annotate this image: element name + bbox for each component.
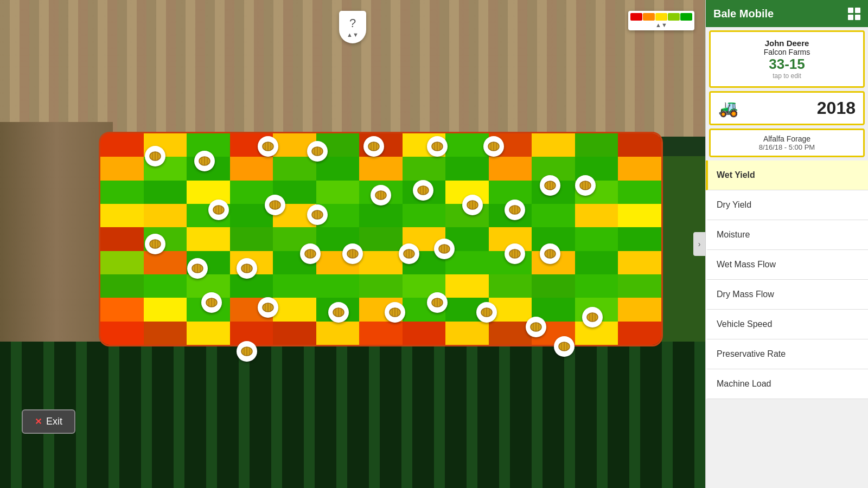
field-cell xyxy=(144,298,187,321)
bale-icon xyxy=(466,200,479,210)
bale-icon xyxy=(367,141,380,152)
sidebar-toggle[interactable]: › xyxy=(693,232,705,256)
app-title: Bale Mobile xyxy=(713,8,774,20)
bale-marker[interactable] xyxy=(505,243,525,264)
bale-marker[interactable] xyxy=(413,180,433,201)
bale-icon xyxy=(311,209,324,220)
field-cell xyxy=(316,274,360,298)
bale-icon xyxy=(508,204,521,215)
field-cell xyxy=(445,274,489,298)
bale-icon xyxy=(261,302,275,313)
field-cell xyxy=(532,204,575,227)
field-cell xyxy=(618,133,661,157)
field-cell xyxy=(316,322,360,345)
bale-icon xyxy=(311,146,324,157)
bale-icon xyxy=(346,248,359,259)
bale-marker[interactable] xyxy=(483,136,504,157)
bale-marker[interactable] xyxy=(427,136,448,157)
field-cell xyxy=(100,157,144,180)
grid-icon[interactable] xyxy=(848,8,860,20)
bale-icon xyxy=(388,307,401,318)
field-cell xyxy=(359,322,403,345)
close-icon: ✕ xyxy=(35,416,42,427)
metric-item-vehicle-speed[interactable]: Vehicle Speed xyxy=(706,310,868,339)
bale-marker[interactable] xyxy=(328,302,349,323)
tractor-icon: 🚜 xyxy=(718,99,738,118)
field-strip xyxy=(100,133,144,345)
field-cell xyxy=(144,181,187,204)
bale-marker[interactable] xyxy=(237,341,257,362)
bale-marker[interactable] xyxy=(201,292,222,313)
sidebar: Bale Mobile John Deere Falcon Farms 33-1… xyxy=(705,0,868,488)
bale-icon xyxy=(240,346,253,357)
bale-marker[interactable] xyxy=(307,204,328,225)
field-cell xyxy=(100,298,144,321)
field-cell xyxy=(618,298,661,321)
field-cell xyxy=(403,322,446,345)
field-cell xyxy=(618,157,661,180)
bale-marker[interactable] xyxy=(307,141,328,162)
bale-marker[interactable] xyxy=(540,243,560,264)
bale-marker[interactable] xyxy=(575,175,596,196)
bale-marker[interactable] xyxy=(554,336,575,357)
metric-item-dry-yield[interactable]: Dry Yield xyxy=(706,190,868,220)
question-icon: ? xyxy=(349,16,356,30)
help-button[interactable]: ? ▲▼ xyxy=(339,11,366,43)
bale-icon xyxy=(261,141,275,152)
field-cell xyxy=(575,133,618,157)
field-cell xyxy=(273,274,316,298)
bale-marker[interactable] xyxy=(582,307,603,328)
bale-marker[interactable] xyxy=(342,243,363,264)
bale-icon xyxy=(205,297,218,308)
field-cell xyxy=(187,227,230,251)
bale-icon xyxy=(487,141,500,152)
metric-item-machine-load[interactable]: Machine Load xyxy=(706,369,868,399)
bale-icon xyxy=(332,307,345,318)
bale-marker[interactable] xyxy=(194,151,215,171)
bale-marker[interactable] xyxy=(462,195,483,215)
bale-icon xyxy=(269,200,282,210)
bale-marker[interactable] xyxy=(526,317,546,337)
metric-item-wet-mass-flow[interactable]: Wet Mass Flow xyxy=(706,250,868,280)
legend-swatch xyxy=(655,13,667,21)
bale-marker[interactable] xyxy=(371,185,391,206)
metric-item-preservative-rate[interactable]: Preservative Rate xyxy=(706,339,868,369)
bale-marker[interactable] xyxy=(145,146,165,166)
profile-card[interactable]: John Deere Falcon Farms 33-15 tap to edi… xyxy=(709,30,865,88)
bale-marker[interactable] xyxy=(427,292,448,313)
field-cell xyxy=(575,204,618,227)
bale-icon xyxy=(149,239,162,249)
bale-marker[interactable] xyxy=(187,258,208,279)
metric-item-moisture[interactable]: Moisture xyxy=(706,220,868,250)
bale-marker[interactable] xyxy=(300,243,321,264)
exit-button[interactable]: ✕ Exit xyxy=(22,409,75,434)
bale-marker[interactable] xyxy=(258,297,278,318)
bale-marker[interactable] xyxy=(540,175,560,196)
bale-marker[interactable] xyxy=(208,200,229,220)
field-cell xyxy=(575,227,618,251)
bale-icon xyxy=(198,156,211,166)
bale-marker[interactable] xyxy=(363,136,384,157)
field-cell xyxy=(230,274,273,298)
bale-marker[interactable] xyxy=(385,302,405,323)
bale-marker[interactable] xyxy=(265,195,285,215)
bale-marker[interactable] xyxy=(434,239,455,259)
field-cell xyxy=(489,157,532,180)
bale-marker[interactable] xyxy=(258,136,278,157)
field-visualization xyxy=(99,132,663,346)
metric-item-wet-yield[interactable]: Wet Yield xyxy=(706,160,868,190)
field-cell xyxy=(100,274,144,298)
field-cell xyxy=(273,157,316,180)
metric-item-dry-mass-flow[interactable]: Dry Mass Flow xyxy=(706,280,868,310)
field-cell xyxy=(144,322,187,345)
field-cell xyxy=(489,274,532,298)
bale-marker[interactable] xyxy=(237,258,257,279)
bale-marker[interactable] xyxy=(505,200,525,220)
field-cell xyxy=(618,322,661,345)
field-cell xyxy=(230,322,273,345)
field-strip xyxy=(403,133,446,345)
bale-marker[interactable] xyxy=(399,243,419,264)
bale-icon xyxy=(558,341,571,352)
bale-marker[interactable] xyxy=(476,302,497,323)
bale-marker[interactable] xyxy=(145,234,165,254)
